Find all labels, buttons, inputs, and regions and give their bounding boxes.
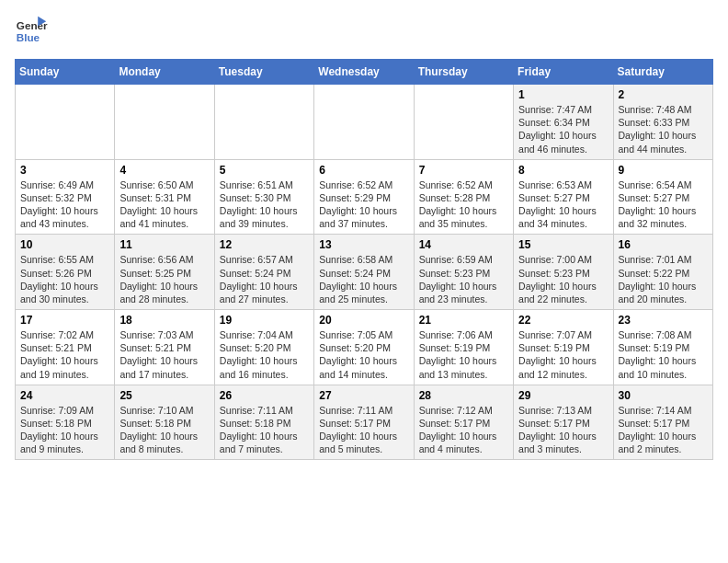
day-info: Sunrise: 7:06 AM Sunset: 5:19 PM Dayligh… <box>419 328 508 381</box>
calendar-cell: 21Sunrise: 7:06 AM Sunset: 5:19 PM Dayli… <box>414 310 513 385</box>
weekday-header-thursday: Thursday <box>414 60 513 85</box>
svg-text:Blue: Blue <box>17 31 40 43</box>
day-info: Sunrise: 7:09 AM Sunset: 5:18 PM Dayligh… <box>20 404 109 456</box>
day-info: Sunrise: 6:54 AM Sunset: 5:27 PM Dayligh… <box>619 178 708 231</box>
calendar-cell: 5Sunrise: 6:51 AM Sunset: 5:30 PM Daylig… <box>214 159 313 235</box>
calendar-cell: 11Sunrise: 6:56 AM Sunset: 5:25 PM Dayli… <box>115 235 214 310</box>
day-number: 11 <box>119 238 209 251</box>
logo-icon: General Blue <box>15 15 48 48</box>
weekday-header-friday: Friday <box>514 60 613 85</box>
calendar-cell: 2Sunrise: 7:48 AM Sunset: 6:33 PM Daylig… <box>613 85 712 160</box>
day-info: Sunrise: 6:52 AM Sunset: 5:29 PM Dayligh… <box>319 178 408 231</box>
calendar-table: SundayMondayTuesdayWednesdayThursdayFrid… <box>15 59 713 460</box>
day-number: 3 <box>20 164 109 177</box>
day-number: 17 <box>20 314 109 327</box>
calendar-cell: 3Sunrise: 6:49 AM Sunset: 5:32 PM Daylig… <box>16 159 115 235</box>
day-number: 28 <box>419 389 508 402</box>
calendar-cell: 4Sunrise: 6:50 AM Sunset: 5:31 PM Daylig… <box>115 159 214 235</box>
day-number: 7 <box>419 164 508 177</box>
calendar-cell: 8Sunrise: 6:53 AM Sunset: 5:27 PM Daylig… <box>514 159 613 235</box>
day-number: 24 <box>20 389 109 402</box>
day-number: 15 <box>518 238 608 251</box>
calendar-cell: 25Sunrise: 7:10 AM Sunset: 5:18 PM Dayli… <box>115 385 214 460</box>
calendar-cell <box>314 85 414 160</box>
day-info: Sunrise: 7:11 AM Sunset: 5:17 PM Dayligh… <box>319 404 408 456</box>
calendar-cell <box>214 85 313 160</box>
day-info: Sunrise: 7:01 AM Sunset: 5:22 PM Dayligh… <box>619 253 708 305</box>
day-number: 12 <box>220 238 309 251</box>
day-info: Sunrise: 7:13 AM Sunset: 5:17 PM Dayligh… <box>518 404 608 456</box>
calendar-cell <box>16 85 115 160</box>
weekday-header-tuesday: Tuesday <box>214 60 313 85</box>
day-number: 1 <box>518 88 608 101</box>
day-info: Sunrise: 7:47 AM Sunset: 6:34 PM Dayligh… <box>518 103 608 155</box>
day-number: 9 <box>619 164 708 177</box>
calendar-week-5: 24Sunrise: 7:09 AM Sunset: 5:18 PM Dayli… <box>16 385 713 460</box>
day-number: 21 <box>419 314 508 327</box>
day-info: Sunrise: 7:10 AM Sunset: 5:18 PM Dayligh… <box>119 404 209 456</box>
weekday-header-sunday: Sunday <box>16 60 115 85</box>
day-info: Sunrise: 6:59 AM Sunset: 5:23 PM Dayligh… <box>419 253 508 305</box>
day-info: Sunrise: 6:49 AM Sunset: 5:32 PM Dayligh… <box>20 178 109 231</box>
calendar-week-3: 10Sunrise: 6:55 AM Sunset: 5:26 PM Dayli… <box>16 235 713 310</box>
day-number: 23 <box>619 314 708 327</box>
day-info: Sunrise: 7:05 AM Sunset: 5:20 PM Dayligh… <box>319 328 408 381</box>
day-info: Sunrise: 6:56 AM Sunset: 5:25 PM Dayligh… <box>119 253 209 305</box>
calendar-cell: 30Sunrise: 7:14 AM Sunset: 5:17 PM Dayli… <box>613 385 712 460</box>
day-info: Sunrise: 6:51 AM Sunset: 5:30 PM Dayligh… <box>220 178 309 231</box>
day-number: 8 <box>518 164 608 177</box>
page-header: General Blue <box>15 15 713 48</box>
day-info: Sunrise: 7:03 AM Sunset: 5:21 PM Dayligh… <box>119 328 209 381</box>
day-info: Sunrise: 7:07 AM Sunset: 5:19 PM Dayligh… <box>518 328 608 381</box>
calendar-cell <box>115 85 214 160</box>
calendar-cell: 7Sunrise: 6:52 AM Sunset: 5:28 PM Daylig… <box>414 159 513 235</box>
calendar-cell: 20Sunrise: 7:05 AM Sunset: 5:20 PM Dayli… <box>314 310 414 385</box>
day-info: Sunrise: 7:12 AM Sunset: 5:17 PM Dayligh… <box>419 404 508 456</box>
day-info: Sunrise: 7:02 AM Sunset: 5:21 PM Dayligh… <box>20 328 109 381</box>
calendar-week-1: 1Sunrise: 7:47 AM Sunset: 6:34 PM Daylig… <box>16 85 713 160</box>
day-number: 26 <box>220 389 309 402</box>
day-info: Sunrise: 7:48 AM Sunset: 6:33 PM Dayligh… <box>619 103 708 155</box>
day-number: 14 <box>419 238 508 251</box>
day-number: 16 <box>619 238 708 251</box>
calendar-cell: 16Sunrise: 7:01 AM Sunset: 5:22 PM Dayli… <box>613 235 712 310</box>
day-number: 30 <box>619 389 708 402</box>
calendar-week-2: 3Sunrise: 6:49 AM Sunset: 5:32 PM Daylig… <box>16 159 713 235</box>
calendar-cell: 24Sunrise: 7:09 AM Sunset: 5:18 PM Dayli… <box>16 385 115 460</box>
calendar-week-4: 17Sunrise: 7:02 AM Sunset: 5:21 PM Dayli… <box>16 310 713 385</box>
day-info: Sunrise: 6:58 AM Sunset: 5:24 PM Dayligh… <box>319 253 408 305</box>
logo: General Blue <box>15 15 48 48</box>
day-info: Sunrise: 7:11 AM Sunset: 5:18 PM Dayligh… <box>220 404 309 456</box>
day-number: 2 <box>619 88 708 101</box>
calendar-cell: 6Sunrise: 6:52 AM Sunset: 5:29 PM Daylig… <box>314 159 414 235</box>
day-info: Sunrise: 6:53 AM Sunset: 5:27 PM Dayligh… <box>518 178 608 231</box>
day-info: Sunrise: 7:08 AM Sunset: 5:19 PM Dayligh… <box>619 328 708 381</box>
calendar-cell: 15Sunrise: 7:00 AM Sunset: 5:23 PM Dayli… <box>514 235 613 310</box>
calendar-cell: 19Sunrise: 7:04 AM Sunset: 5:20 PM Dayli… <box>214 310 313 385</box>
day-number: 6 <box>319 164 408 177</box>
calendar-cell: 22Sunrise: 7:07 AM Sunset: 5:19 PM Dayli… <box>514 310 613 385</box>
weekday-header-monday: Monday <box>115 60 214 85</box>
calendar-cell: 14Sunrise: 6:59 AM Sunset: 5:23 PM Dayli… <box>414 235 513 310</box>
calendar-cell: 17Sunrise: 7:02 AM Sunset: 5:21 PM Dayli… <box>16 310 115 385</box>
day-info: Sunrise: 6:55 AM Sunset: 5:26 PM Dayligh… <box>20 253 109 305</box>
day-number: 4 <box>119 164 209 177</box>
day-info: Sunrise: 6:50 AM Sunset: 5:31 PM Dayligh… <box>119 178 209 231</box>
day-info: Sunrise: 7:04 AM Sunset: 5:20 PM Dayligh… <box>220 328 309 381</box>
calendar-cell: 29Sunrise: 7:13 AM Sunset: 5:17 PM Dayli… <box>514 385 613 460</box>
calendar-cell: 27Sunrise: 7:11 AM Sunset: 5:17 PM Dayli… <box>314 385 414 460</box>
day-info: Sunrise: 7:00 AM Sunset: 5:23 PM Dayligh… <box>518 253 608 305</box>
calendar-cell: 12Sunrise: 6:57 AM Sunset: 5:24 PM Dayli… <box>214 235 313 310</box>
calendar-cell: 13Sunrise: 6:58 AM Sunset: 5:24 PM Dayli… <box>314 235 414 310</box>
weekday-header-row: SundayMondayTuesdayWednesdayThursdayFrid… <box>16 60 713 85</box>
day-number: 22 <box>518 314 608 327</box>
day-info: Sunrise: 6:57 AM Sunset: 5:24 PM Dayligh… <box>220 253 309 305</box>
calendar-cell: 23Sunrise: 7:08 AM Sunset: 5:19 PM Dayli… <box>613 310 712 385</box>
day-number: 13 <box>319 238 408 251</box>
calendar-cell: 18Sunrise: 7:03 AM Sunset: 5:21 PM Dayli… <box>115 310 214 385</box>
day-number: 5 <box>220 164 309 177</box>
day-number: 18 <box>119 314 209 327</box>
day-number: 10 <box>20 238 109 251</box>
calendar-cell: 10Sunrise: 6:55 AM Sunset: 5:26 PM Dayli… <box>16 235 115 310</box>
day-info: Sunrise: 6:52 AM Sunset: 5:28 PM Dayligh… <box>419 178 508 231</box>
